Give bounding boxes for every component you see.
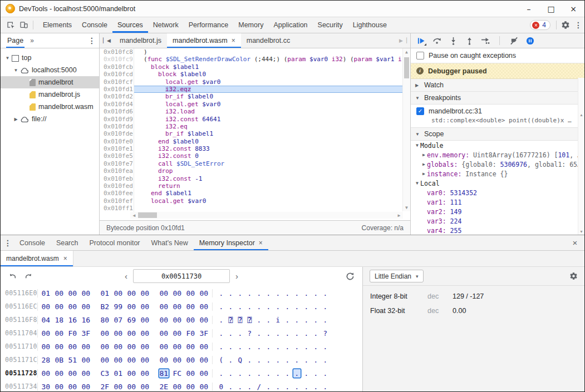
hex-byte[interactable]: 00 xyxy=(55,329,64,338)
hex-byte[interactable]: 30 xyxy=(41,383,51,391)
editor-vertical-scrollbar[interactable]: ▲ ▼ xyxy=(402,48,410,211)
hex-byte[interactable]: 00 xyxy=(140,383,150,391)
ascii-char[interactable]: . xyxy=(227,369,234,378)
hex-byte[interactable]: 00 xyxy=(199,302,209,311)
ascii-char[interactable]: . xyxy=(227,302,234,311)
ascii-char[interactable]: . xyxy=(265,316,272,324)
hex-byte[interactable]: 00 xyxy=(114,329,123,338)
ascii-char[interactable]: . xyxy=(293,356,301,364)
ascii-char[interactable]: . xyxy=(284,356,291,364)
scope-entry-var1[interactable]: var1: 111 xyxy=(411,197,584,207)
hex-byte[interactable]: 00 xyxy=(186,316,195,324)
hex-byte[interactable]: B2 xyxy=(100,302,110,311)
ascii-char[interactable]: . xyxy=(255,329,263,338)
hex-byte[interactable]: 00 xyxy=(173,329,182,338)
scope-group-module[interactable]: ▼Module xyxy=(411,141,584,150)
chevron-down-icon[interactable]: ▼ xyxy=(414,181,420,186)
value-format[interactable]: dec xyxy=(427,292,453,300)
close-drawer-icon[interactable]: × xyxy=(566,235,584,250)
scope-entry-var3[interactable]: var3: 224 xyxy=(411,216,584,226)
tab-page[interactable]: Page xyxy=(6,33,24,48)
hex-byte[interactable]: 00 xyxy=(159,302,169,311)
hex-byte[interactable]: 99 xyxy=(114,302,123,311)
section-watch[interactable]: ▶ Watch xyxy=(411,79,584,92)
code-editor[interactable]: 0x010fc8)0x010fc9(func $SDL_SetRenderDra… xyxy=(100,48,410,220)
ascii-char[interactable]: . xyxy=(237,343,244,351)
step-button[interactable] xyxy=(481,36,490,45)
ascii-char[interactable]: . xyxy=(227,383,234,391)
memory-tab-mandelbrot-wasm[interactable]: mandelbrot.wasm × xyxy=(1,251,73,266)
hex-byte[interactable]: 00 xyxy=(81,383,91,391)
hex-byte[interactable]: 28 xyxy=(41,356,51,364)
ascii-char[interactable]: . xyxy=(246,302,253,311)
close-tab-icon[interactable]: × xyxy=(63,255,67,262)
hex-byte[interactable]: 0B xyxy=(55,356,64,364)
ascii-char[interactable]: . xyxy=(312,383,319,391)
ascii-char[interactable]: . xyxy=(303,316,310,324)
ascii-char[interactable]: . xyxy=(293,316,301,324)
ascii-char[interactable]: . xyxy=(237,369,244,378)
hex-byte[interactable]: 00 xyxy=(55,302,64,311)
hex-byte[interactable]: 00 xyxy=(199,369,209,378)
hex-byte[interactable]: 00 xyxy=(41,329,51,338)
toolbar-tab-elements[interactable]: Elements xyxy=(38,17,77,33)
ascii-char[interactable]: . xyxy=(322,356,329,364)
chevron-right-icon[interactable]: ▶ xyxy=(421,162,427,167)
ascii-char[interactable]: . xyxy=(284,369,291,378)
tree-item-localhost-5000[interactable]: ▼localhost:5000 xyxy=(1,64,99,76)
ascii-char[interactable]: . xyxy=(274,289,282,297)
hex-byte[interactable]: 00 xyxy=(140,289,150,297)
step-into-button[interactable] xyxy=(449,36,458,45)
ascii-char[interactable]: . xyxy=(246,383,253,391)
hex-byte[interactable]: 00 xyxy=(81,289,91,297)
ascii-char[interactable]: . xyxy=(265,356,272,364)
ascii-char[interactable]: . xyxy=(218,316,225,324)
editor-tab-mandelbrot-wasm[interactable]: mandelbrot.wasm × xyxy=(167,33,241,48)
step-over-button[interactable] xyxy=(432,36,441,45)
chevron-icon[interactable]: ▶ xyxy=(12,117,19,122)
hex-byte[interactable]: 00 xyxy=(127,356,136,364)
ascii-char[interactable]: . xyxy=(293,383,301,391)
ascii-char[interactable]: . xyxy=(303,369,310,378)
ascii-char[interactable]: . xyxy=(312,356,319,364)
ascii-char[interactable]: . xyxy=(312,302,319,311)
ascii-char[interactable]: . xyxy=(246,343,253,351)
toolbar-tab-lighthouse[interactable]: Lighthouse xyxy=(348,17,392,33)
ascii-char[interactable]: . xyxy=(293,369,301,378)
ascii-char[interactable]: . xyxy=(218,343,225,351)
inspect-element-icon[interactable] xyxy=(4,19,17,31)
ascii-char[interactable]: ? xyxy=(246,329,253,338)
ascii-char[interactable]: 0 xyxy=(218,383,225,391)
ascii-char[interactable]: . xyxy=(312,343,319,351)
chevron-right-icon[interactable]: ▶ xyxy=(421,171,427,176)
ascii-char[interactable]: . xyxy=(218,329,225,338)
hex-byte[interactable]: 00 xyxy=(55,289,64,297)
scrollbar-thumb[interactable] xyxy=(138,212,157,218)
ascii-char[interactable]: . xyxy=(293,343,301,351)
ascii-char[interactable]: . xyxy=(284,302,291,311)
settings-gear-icon[interactable] xyxy=(559,19,572,31)
hex-byte[interactable]: 80 xyxy=(100,316,110,324)
ascii-char[interactable]: . xyxy=(255,369,263,378)
bytecode-offset[interactable]: 0x010fcd xyxy=(100,71,134,78)
ascii-char[interactable]: . xyxy=(265,369,272,378)
scope-entry-var2[interactable]: var2: 149 xyxy=(411,207,584,216)
bytecode-offset[interactable]: 0x010fd2 xyxy=(100,93,134,100)
ascii-char[interactable]: . xyxy=(312,369,319,378)
device-toolbar-icon[interactable] xyxy=(17,19,31,31)
hex-byte[interactable]: 00 xyxy=(41,302,51,311)
hex-byte[interactable]: 00 xyxy=(114,289,123,297)
hex-byte[interactable]: 00 xyxy=(81,302,91,311)
toolbar-tab-performance[interactable]: Performance xyxy=(184,17,234,33)
deactivate-breakpoints-button[interactable] xyxy=(509,36,518,45)
ascii-char[interactable]: . xyxy=(218,369,225,378)
ascii-char[interactable]: . xyxy=(303,383,310,391)
ascii-char[interactable]: . xyxy=(284,289,291,297)
toolbar-tab-application[interactable]: Application xyxy=(268,17,312,33)
refresh-icon[interactable] xyxy=(346,272,355,281)
tab-scroll-left-icon[interactable]: ▏◀ xyxy=(100,33,114,48)
tree-item-mandelbrot-wasm[interactable]: mandelbrot.wasm xyxy=(1,101,99,113)
ascii-char[interactable]: . xyxy=(265,343,272,351)
hex-byte[interactable]: 00 xyxy=(140,329,150,338)
ascii-char[interactable]: . xyxy=(246,369,253,378)
